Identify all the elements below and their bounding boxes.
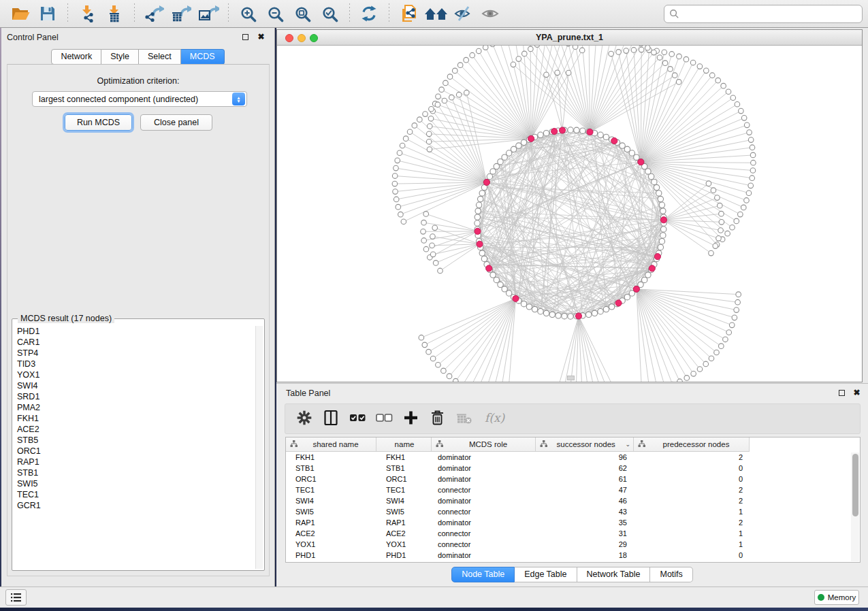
tab-network[interactable]: Network bbox=[51, 49, 101, 65]
export-image-button[interactable] bbox=[195, 2, 222, 25]
cell: connector bbox=[432, 539, 536, 550]
cell: 0 bbox=[634, 474, 750, 484]
table-row[interactable]: SWI5SWI5connector431 bbox=[286, 506, 850, 517]
mcds-node-item[interactable]: SWI5 bbox=[14, 478, 255, 489]
close-panel-icon[interactable]: ✖ bbox=[257, 33, 266, 42]
cell: SWI4 bbox=[376, 495, 432, 506]
mcds-node-item[interactable]: RAP1 bbox=[14, 457, 255, 467]
search-box[interactable] bbox=[664, 5, 863, 23]
mcds-list-scrollbar[interactable] bbox=[255, 326, 263, 569]
select-all-rows-button[interactable] bbox=[349, 408, 366, 431]
table-scrollbar[interactable] bbox=[851, 452, 859, 561]
hierarchy-icon bbox=[290, 438, 298, 450]
zoom-fit-content-button[interactable] bbox=[289, 2, 316, 25]
tab-mcds[interactable]: MCDS bbox=[181, 49, 225, 65]
table-panel: Table Panel ✖ f(x) shared namenameMCDS r… bbox=[276, 383, 868, 587]
close-table-panel-icon[interactable]: ✖ bbox=[852, 389, 861, 397]
cell: 46 bbox=[536, 495, 634, 506]
column-visibility-button[interactable] bbox=[322, 408, 340, 431]
float-table-panel-icon[interactable] bbox=[837, 389, 846, 397]
memory-button[interactable]: Memory bbox=[814, 590, 859, 605]
tab-style[interactable]: Style bbox=[101, 49, 139, 65]
column-header-shared-name[interactable]: shared name bbox=[286, 437, 376, 452]
column-header-predecessor-nodes[interactable]: predecessor nodes bbox=[634, 437, 750, 452]
mcds-node-item[interactable]: ORC1 bbox=[14, 446, 255, 457]
table-row[interactable]: PHD1PHD1dominator180 bbox=[286, 550, 850, 561]
mcds-node-item[interactable]: GCR1 bbox=[14, 500, 255, 511]
table-scrollbar-thumb[interactable] bbox=[852, 454, 858, 516]
search-input[interactable] bbox=[679, 7, 862, 21]
mcds-node-item[interactable]: TEC1 bbox=[14, 489, 255, 500]
close-panel-button[interactable]: Close panel bbox=[140, 114, 212, 131]
mcds-node-item[interactable]: ACE2 bbox=[14, 424, 255, 435]
mcds-node-item[interactable]: SWI4 bbox=[14, 380, 255, 391]
export-table-icon bbox=[171, 5, 191, 23]
deselect-all-rows-button[interactable] bbox=[375, 408, 393, 431]
mcds-node-item[interactable]: SRD1 bbox=[14, 391, 255, 402]
tab-motifs[interactable]: Motifs bbox=[650, 567, 692, 582]
optimization-criterion-label: Optimization criterion: bbox=[7, 76, 269, 86]
cell: 47 bbox=[536, 484, 634, 495]
criterion-dropdown[interactable]: largest connected component (undirected)… bbox=[32, 91, 247, 107]
cell: PHD1 bbox=[286, 550, 376, 561]
table-row[interactable]: YOX1YOX1connector291 bbox=[286, 539, 850, 550]
table-row[interactable]: FKH1FKH1dominator962 bbox=[286, 452, 850, 463]
delete-columns-button[interactable] bbox=[428, 408, 446, 431]
tab-select[interactable]: Select bbox=[139, 49, 181, 65]
tab-node-table[interactable]: Node Table bbox=[451, 567, 515, 582]
zoom-out-button[interactable] bbox=[261, 2, 289, 25]
hide-selected-button[interactable] bbox=[449, 2, 477, 25]
mcds-node-item[interactable]: YOX1 bbox=[14, 369, 255, 380]
create-new-column-button[interactable] bbox=[402, 408, 419, 431]
first-neighbors-of-selected-button[interactable] bbox=[422, 2, 449, 25]
import-table-icon bbox=[105, 5, 124, 23]
column-header-successor-nodes[interactable]: successor nodes⌄ bbox=[536, 437, 634, 452]
tab-network-table[interactable]: Network Table bbox=[577, 567, 651, 582]
cell: 2 bbox=[634, 452, 750, 463]
import-table-from-file-button[interactable] bbox=[101, 2, 128, 25]
float-panel-icon[interactable] bbox=[241, 33, 250, 42]
save-session-button[interactable] bbox=[34, 2, 61, 25]
apply-preferred-layout-button[interactable] bbox=[355, 2, 383, 25]
export-network-button[interactable] bbox=[140, 2, 167, 25]
table-row[interactable]: SWI4SWI4dominator462 bbox=[286, 495, 850, 506]
list-icon bbox=[10, 593, 22, 602]
new-network-from-selection-button[interactable] bbox=[395, 2, 422, 25]
task-history-button[interactable] bbox=[5, 589, 27, 606]
table-row[interactable]: ORC1ORC1dominator610 bbox=[286, 474, 850, 484]
import-network-from-file-button[interactable] bbox=[74, 2, 101, 25]
mcds-node-item[interactable]: PHD1 bbox=[14, 326, 255, 337]
network-window-titlebar[interactable]: YPA_prune.txt_1 bbox=[277, 30, 862, 46]
columns-icon bbox=[322, 409, 340, 429]
mcds-node-item[interactable]: STP4 bbox=[14, 348, 255, 359]
table-row[interactable]: ACE2ACE2connector311 bbox=[286, 528, 850, 539]
cell: ACE2 bbox=[286, 528, 376, 539]
open-file-button[interactable] bbox=[7, 2, 34, 25]
cell: 31 bbox=[536, 528, 634, 539]
canvas-splitter-grip[interactable] bbox=[567, 376, 575, 380]
run-mcds-button[interactable]: Run MCDS bbox=[65, 114, 132, 131]
table-row[interactable]: RAP1RAP1dominator352 bbox=[286, 517, 850, 528]
doc-network-icon bbox=[400, 4, 417, 23]
mcds-node-item[interactable]: STB5 bbox=[14, 435, 255, 446]
zoom-in-button[interactable] bbox=[234, 2, 261, 25]
control-panel-titlebar: Control Panel ✖ bbox=[1, 28, 274, 46]
mcds-node-item[interactable]: STB1 bbox=[14, 467, 255, 478]
export-table-button[interactable] bbox=[167, 2, 195, 25]
show-all-nodes-edges-button[interactable] bbox=[477, 2, 504, 25]
mcds-node-item[interactable]: FKH1 bbox=[14, 413, 255, 424]
table-settings-button[interactable] bbox=[295, 408, 313, 431]
mcds-node-item[interactable]: CAR1 bbox=[14, 337, 255, 348]
mcds-node-item[interactable]: PMA2 bbox=[14, 402, 255, 413]
mcds-node-item[interactable]: TID3 bbox=[14, 359, 255, 369]
plus-icon bbox=[402, 409, 419, 429]
column-header-name[interactable]: name bbox=[376, 437, 432, 452]
table-row[interactable]: STB1STB1dominator620 bbox=[286, 463, 850, 474]
cell: dominator bbox=[432, 550, 536, 561]
network-canvas[interactable] bbox=[277, 46, 862, 382]
table-row[interactable]: TEC1TEC1connector472 bbox=[286, 484, 850, 495]
eye-show-icon bbox=[481, 5, 500, 22]
tab-edge-table[interactable]: Edge Table bbox=[515, 567, 577, 582]
column-header-MCDS-role[interactable]: MCDS role bbox=[432, 437, 536, 452]
zoom-selected-region-button[interactable] bbox=[316, 2, 343, 25]
